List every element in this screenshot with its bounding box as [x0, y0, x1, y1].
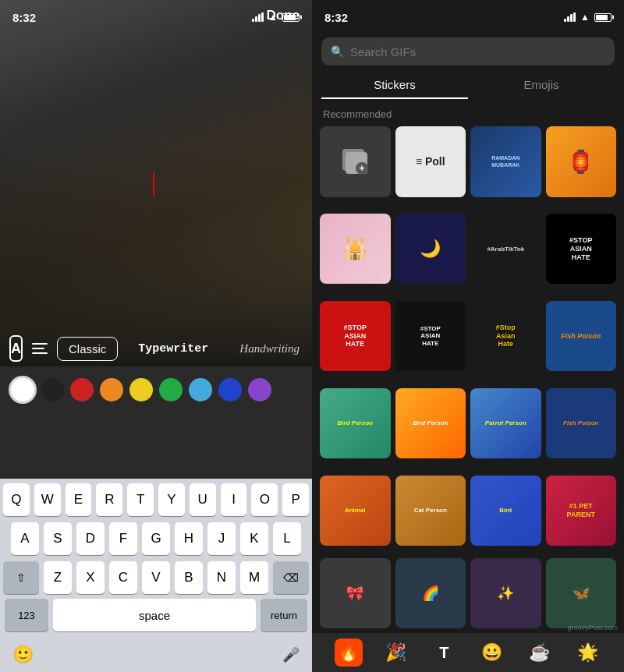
key-e[interactable]: E	[66, 483, 92, 516]
keyboard: Q W E R T Y U I O P A S D F G H J K L ⇧ …	[0, 479, 312, 672]
sticker-pet-parent[interactable]: #1 PETPARENT	[546, 476, 617, 546]
battery-icon-right	[594, 13, 612, 22]
sticker-parrot-person[interactable]: Parrot Person	[470, 388, 541, 459]
tab-stickers[interactable]: Stickers	[321, 72, 468, 99]
gif-search-input[interactable]	[350, 45, 605, 58]
sticker-last-4[interactable]: 🦋	[546, 558, 617, 629]
sticker-animal-1[interactable]: Animal	[320, 476, 391, 546]
stickers-grid: + ≡ Poll RAMADANMUBARAK 🏮 🕌 🌙 #ArabTikTo…	[312, 126, 624, 558]
done-button[interactable]: Done	[267, 8, 300, 23]
color-purple[interactable]	[248, 378, 271, 401]
key-s[interactable]: S	[44, 522, 72, 555]
sticker-stop-asian-hate-2[interactable]: #STOPASIANHATE	[320, 301, 391, 372]
key-backspace[interactable]: ⌫	[273, 561, 309, 594]
sticker-moon[interactable]: 🌙	[395, 214, 466, 285]
key-r[interactable]: R	[96, 483, 122, 516]
key-z[interactable]: Z	[44, 561, 72, 594]
key-j[interactable]: J	[207, 522, 236, 555]
sticker-stop-asian-hate-4[interactable]: #StopAsianHate	[470, 301, 541, 372]
sticker-last-1[interactable]: 🎀	[320, 558, 391, 629]
sticker-bird-2[interactable]: Bird	[470, 476, 541, 546]
keyboard-row-1: Q W E R T Y U I O P	[0, 479, 312, 518]
sticker-tabs: Stickers Emojis	[312, 72, 624, 99]
key-m[interactable]: M	[240, 561, 268, 594]
emoji-smile-icon[interactable]: 😀	[478, 638, 506, 667]
keyboard-row-4: 123 space return	[0, 596, 312, 638]
search-icon: 🔍	[331, 45, 344, 58]
color-light-blue[interactable]	[189, 378, 212, 401]
sticker-bird-person-2[interactable]: Bird Person	[395, 388, 466, 459]
emoji-bar: 🙂 🎤	[0, 638, 312, 672]
sticker-stop-asian-hate-1[interactable]: #STOPASIANHATE	[546, 214, 617, 285]
text-align-icon[interactable]	[32, 343, 48, 354]
sticker-last-2[interactable]: 🌈	[395, 558, 466, 629]
fire-icon[interactable]: 🔥	[335, 638, 363, 667]
key-q[interactable]: Q	[3, 483, 30, 516]
key-numbers[interactable]: 123	[5, 599, 48, 631]
color-blue[interactable]	[218, 378, 242, 401]
key-t[interactable]: T	[127, 483, 154, 516]
right-panel: 8:32 ▲ 🔍 Stickers Emojis Recommended	[312, 0, 624, 672]
key-v[interactable]: V	[142, 561, 170, 594]
text-style-toolbar: A Classic Typewriter Handwriting	[0, 329, 312, 368]
color-green[interactable]	[159, 378, 183, 401]
sticker-bird-person-1[interactable]: Bird Person	[320, 388, 391, 459]
sticker-cat-person[interactable]: Cat Person	[395, 476, 466, 546]
sticker-add-image[interactable]: +	[320, 126, 391, 197]
tab-emojis[interactable]: Emojis	[468, 72, 615, 99]
key-k[interactable]: K	[240, 522, 268, 555]
sticker-ramadan[interactable]: RAMADANMUBARAK	[470, 126, 541, 197]
key-n[interactable]: N	[207, 561, 236, 594]
emoji-button[interactable]: 🙂	[12, 645, 34, 665]
sticker-fish-poison[interactable]: Fish Poison	[546, 301, 617, 372]
sticker-lantern[interactable]: 🏮	[546, 126, 617, 197]
key-a[interactable]: A	[11, 522, 39, 555]
color-yellow[interactable]	[129, 378, 153, 401]
key-o[interactable]: O	[251, 483, 278, 516]
confetti-icon[interactable]: 🎉	[382, 638, 410, 667]
svg-text:+: +	[360, 163, 365, 174]
key-i[interactable]: I	[221, 483, 247, 516]
star-icon[interactable]: 🌟	[573, 638, 601, 667]
key-f[interactable]: F	[109, 522, 137, 555]
key-g[interactable]: G	[142, 522, 170, 555]
sticker-arab-tiktok[interactable]: #ArabTikTok	[470, 214, 541, 285]
key-d[interactable]: D	[76, 522, 105, 555]
text-cursor	[153, 172, 154, 196]
sticker-fish-poison-2[interactable]: Fish Poison	[546, 388, 617, 459]
coffee-icon[interactable]: ☕	[526, 638, 554, 667]
color-white[interactable]	[11, 378, 34, 401]
mic-button[interactable]: 🎤	[282, 646, 300, 663]
key-space[interactable]: space	[53, 599, 256, 631]
style-classic-button[interactable]: Classic	[57, 337, 118, 361]
key-c[interactable]: C	[109, 561, 137, 594]
color-orange[interactable]	[100, 378, 123, 401]
color-red[interactable]	[70, 378, 94, 401]
key-return[interactable]: return	[261, 599, 307, 631]
style-handwriting-button[interactable]: Handwriting	[229, 338, 310, 360]
key-b[interactable]: B	[175, 561, 203, 594]
signal-icon-right	[564, 12, 576, 22]
gif-search-bar[interactable]: 🔍	[321, 37, 615, 65]
left-panel: 8:32 ▲ Done A Classic Typewriter Handwri…	[0, 0, 312, 672]
keyboard-row-3: ⇧ Z X C V B N M ⌫	[0, 557, 312, 596]
key-l[interactable]: L	[273, 522, 301, 555]
key-p[interactable]: P	[282, 483, 309, 516]
key-u[interactable]: U	[190, 483, 216, 516]
style-typewriter-button[interactable]: Typewriter	[127, 338, 219, 360]
sticker-poll[interactable]: ≡ Poll	[395, 126, 466, 197]
text-icon[interactable]: T	[430, 638, 458, 667]
key-h[interactable]: H	[175, 522, 203, 555]
keyboard-row-2: A S D F G H J K L	[0, 518, 312, 557]
wifi-icon-right: ▲	[580, 12, 590, 23]
sticker-pink-mosque[interactable]: 🕌	[320, 214, 391, 285]
color-picker	[0, 373, 312, 407]
key-w[interactable]: W	[34, 483, 61, 516]
text-format-icon[interactable]: A	[9, 335, 23, 362]
sticker-last-3[interactable]: ✨	[470, 558, 541, 629]
key-x[interactable]: X	[76, 561, 105, 594]
key-y[interactable]: Y	[158, 483, 185, 516]
color-black[interactable]	[41, 378, 64, 401]
sticker-stop-asian-hate-3[interactable]: #STOPASIANHATE	[395, 301, 466, 372]
key-shift[interactable]: ⇧	[3, 561, 39, 594]
